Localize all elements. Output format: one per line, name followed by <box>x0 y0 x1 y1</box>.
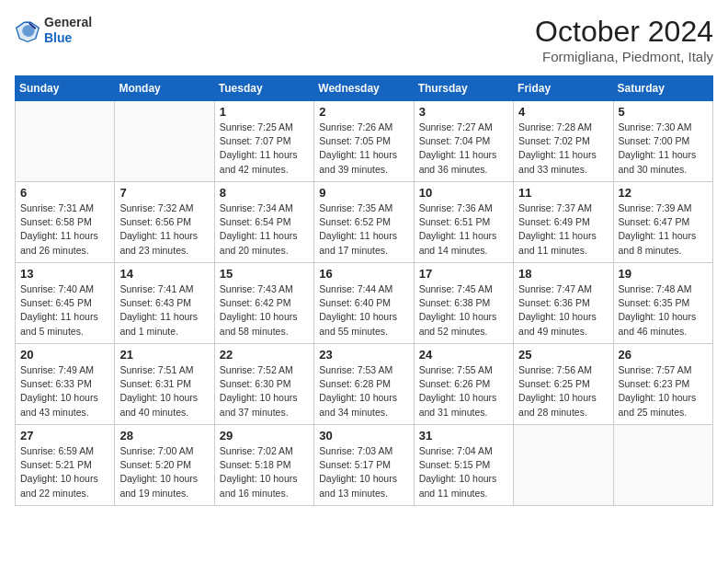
day-info: Sunrise: 7:55 AM Sunset: 6:26 PM Dayligh… <box>419 363 508 419</box>
day-info: Sunrise: 7:40 AM Sunset: 6:45 PM Dayligh… <box>20 282 109 339</box>
day-info: Sunrise: 7:04 AM Sunset: 5:15 PM Dayligh… <box>419 444 508 500</box>
day-number: 30 <box>319 429 408 442</box>
calendar-cell: 23Sunrise: 7:53 AM Sunset: 6:28 PM Dayli… <box>314 344 414 425</box>
calendar-cell: 4Sunrise: 7:28 AM Sunset: 7:02 PM Daylig… <box>514 101 613 182</box>
logo: General Blue <box>15 15 92 46</box>
calendar-cell <box>514 425 613 506</box>
calendar-header-row: SundayMondayTuesdayWednesdayThursdayFrid… <box>16 76 713 101</box>
day-number: 7 <box>119 186 209 200</box>
calendar-cell: 27Sunrise: 6:59 AM Sunset: 5:21 PM Dayli… <box>16 425 115 506</box>
day-info: Sunrise: 7:52 AM Sunset: 6:30 PM Dayligh… <box>220 363 309 419</box>
col-header-saturday: Saturday <box>613 76 712 101</box>
calendar-cell <box>16 101 115 182</box>
day-number: 6 <box>20 186 109 200</box>
day-number: 5 <box>619 105 708 119</box>
calendar-cell: 7Sunrise: 7:32 AM Sunset: 6:56 PM Daylig… <box>115 182 214 263</box>
day-number: 1 <box>220 105 309 119</box>
calendar-cell: 26Sunrise: 7:57 AM Sunset: 6:23 PM Dayli… <box>613 344 712 425</box>
week-row-4: 20Sunrise: 7:49 AM Sunset: 6:33 PM Dayli… <box>16 344 713 425</box>
week-row-2: 6Sunrise: 7:31 AM Sunset: 6:58 PM Daylig… <box>16 182 713 263</box>
day-info: Sunrise: 7:35 AM Sunset: 6:52 PM Dayligh… <box>319 201 408 258</box>
calendar-cell: 15Sunrise: 7:43 AM Sunset: 6:42 PM Dayli… <box>214 263 313 344</box>
page-header: General Blue October 2024 Formigliana, P… <box>15 15 713 64</box>
day-info: Sunrise: 7:51 AM Sunset: 6:31 PM Dayligh… <box>119 363 209 419</box>
day-info: Sunrise: 7:36 AM Sunset: 6:51 PM Dayligh… <box>419 201 508 258</box>
logo-blue-text: Blue <box>44 30 92 46</box>
day-info: Sunrise: 7:37 AM Sunset: 6:49 PM Dayligh… <box>518 201 608 258</box>
day-info: Sunrise: 7:43 AM Sunset: 6:42 PM Dayligh… <box>220 282 309 339</box>
day-number: 29 <box>220 429 309 442</box>
day-number: 15 <box>220 267 309 281</box>
calendar-cell: 10Sunrise: 7:36 AM Sunset: 6:51 PM Dayli… <box>414 182 513 263</box>
day-number: 22 <box>220 348 309 362</box>
day-info: Sunrise: 7:02 AM Sunset: 5:18 PM Dayligh… <box>220 444 309 500</box>
day-number: 10 <box>419 186 508 200</box>
calendar-cell: 17Sunrise: 7:45 AM Sunset: 6:38 PM Dayli… <box>414 263 513 344</box>
day-number: 17 <box>419 267 508 281</box>
calendar-cell <box>115 101 214 182</box>
col-header-tuesday: Tuesday <box>214 76 313 101</box>
day-info: Sunrise: 7:41 AM Sunset: 6:43 PM Dayligh… <box>119 282 209 339</box>
calendar-cell: 11Sunrise: 7:37 AM Sunset: 6:49 PM Dayli… <box>514 182 613 263</box>
calendar-cell: 16Sunrise: 7:44 AM Sunset: 6:40 PM Dayli… <box>314 263 414 344</box>
calendar-cell: 6Sunrise: 7:31 AM Sunset: 6:58 PM Daylig… <box>16 182 115 263</box>
week-row-5: 27Sunrise: 6:59 AM Sunset: 5:21 PM Dayli… <box>16 425 713 506</box>
week-row-1: 1Sunrise: 7:25 AM Sunset: 7:07 PM Daylig… <box>16 101 713 182</box>
day-number: 19 <box>619 267 708 281</box>
day-info: Sunrise: 7:44 AM Sunset: 6:40 PM Dayligh… <box>319 282 408 339</box>
calendar-cell: 14Sunrise: 7:41 AM Sunset: 6:43 PM Dayli… <box>115 263 214 344</box>
calendar-cell: 8Sunrise: 7:34 AM Sunset: 6:54 PM Daylig… <box>214 182 313 263</box>
day-info: Sunrise: 7:28 AM Sunset: 7:02 PM Dayligh… <box>518 121 608 177</box>
day-number: 24 <box>419 348 508 362</box>
day-number: 28 <box>119 429 209 442</box>
day-number: 4 <box>518 105 608 119</box>
day-number: 8 <box>220 186 309 200</box>
logo-icon <box>15 17 40 43</box>
calendar-cell: 18Sunrise: 7:47 AM Sunset: 6:36 PM Dayli… <box>514 263 613 344</box>
day-number: 9 <box>319 186 408 200</box>
day-info: Sunrise: 7:45 AM Sunset: 6:38 PM Dayligh… <box>419 282 508 339</box>
day-number: 25 <box>518 348 608 362</box>
location: Formigliana, Piedmont, Italy <box>535 49 713 64</box>
calendar-cell <box>613 425 712 506</box>
day-number: 20 <box>20 348 109 362</box>
day-info: Sunrise: 7:27 AM Sunset: 7:04 PM Dayligh… <box>419 121 508 177</box>
calendar-cell: 19Sunrise: 7:48 AM Sunset: 6:35 PM Dayli… <box>613 263 712 344</box>
day-info: Sunrise: 7:30 AM Sunset: 7:00 PM Dayligh… <box>619 121 708 177</box>
calendar-cell: 25Sunrise: 7:56 AM Sunset: 6:25 PM Dayli… <box>514 344 613 425</box>
day-number: 2 <box>319 105 408 119</box>
day-number: 27 <box>20 429 109 442</box>
day-info: Sunrise: 7:34 AM Sunset: 6:54 PM Dayligh… <box>220 201 309 258</box>
day-info: Sunrise: 7:57 AM Sunset: 6:23 PM Dayligh… <box>619 363 708 419</box>
calendar-cell: 28Sunrise: 7:00 AM Sunset: 5:20 PM Dayli… <box>115 425 214 506</box>
col-header-friday: Friday <box>514 76 613 101</box>
day-info: Sunrise: 7:31 AM Sunset: 6:58 PM Dayligh… <box>20 201 109 258</box>
col-header-wednesday: Wednesday <box>314 76 414 101</box>
day-number: 13 <box>20 267 109 281</box>
day-info: Sunrise: 7:25 AM Sunset: 7:07 PM Dayligh… <box>220 121 309 177</box>
day-info: Sunrise: 7:49 AM Sunset: 6:33 PM Dayligh… <box>20 363 109 419</box>
calendar-cell: 31Sunrise: 7:04 AM Sunset: 5:15 PM Dayli… <box>414 425 513 506</box>
day-info: Sunrise: 7:39 AM Sunset: 6:47 PM Dayligh… <box>619 201 708 258</box>
col-header-thursday: Thursday <box>414 76 513 101</box>
day-number: 31 <box>419 429 508 442</box>
calendar-cell: 22Sunrise: 7:52 AM Sunset: 6:30 PM Dayli… <box>214 344 313 425</box>
col-header-sunday: Sunday <box>16 76 115 101</box>
day-number: 12 <box>619 186 708 200</box>
calendar-cell: 3Sunrise: 7:27 AM Sunset: 7:04 PM Daylig… <box>414 101 513 182</box>
day-info: Sunrise: 7:03 AM Sunset: 5:17 PM Dayligh… <box>319 444 408 500</box>
day-number: 11 <box>518 186 608 200</box>
calendar-cell: 24Sunrise: 7:55 AM Sunset: 6:26 PM Dayli… <box>414 344 513 425</box>
title-block: October 2024 Formigliana, Piedmont, Ital… <box>535 15 713 64</box>
day-info: Sunrise: 7:26 AM Sunset: 7:05 PM Dayligh… <box>319 121 408 177</box>
week-row-3: 13Sunrise: 7:40 AM Sunset: 6:45 PM Dayli… <box>16 263 713 344</box>
day-number: 16 <box>319 267 408 281</box>
calendar-cell: 9Sunrise: 7:35 AM Sunset: 6:52 PM Daylig… <box>314 182 414 263</box>
calendar-cell: 1Sunrise: 7:25 AM Sunset: 7:07 PM Daylig… <box>214 101 313 182</box>
day-number: 21 <box>119 348 209 362</box>
day-info: Sunrise: 7:48 AM Sunset: 6:35 PM Dayligh… <box>619 282 708 339</box>
day-number: 23 <box>319 348 408 362</box>
day-info: Sunrise: 7:56 AM Sunset: 6:25 PM Dayligh… <box>518 363 608 419</box>
col-header-monday: Monday <box>115 76 214 101</box>
day-info: Sunrise: 6:59 AM Sunset: 5:21 PM Dayligh… <box>20 444 109 500</box>
